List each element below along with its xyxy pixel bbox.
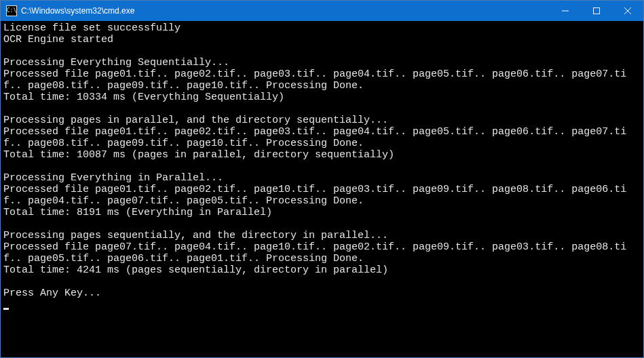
minimize-button[interactable] xyxy=(550,1,581,21)
output-line: Press Any Key... xyxy=(3,287,101,299)
output-line: Processed file page01.tif.. page02.tif..… xyxy=(3,184,626,207)
output-line: Total time: 10334 ms (Everything Sequent… xyxy=(3,92,284,103)
output-line: Processing Everything Sequentially... xyxy=(3,57,229,68)
output-line: Total time: 8191 ms (Everything in Paral… xyxy=(3,207,272,218)
output-line: Processed file page01.tif.. page02.tif..… xyxy=(3,126,626,149)
output-line: Processing pages sequentially, and the d… xyxy=(3,230,388,241)
output-line: Processed file page01.tif.. page02.tif..… xyxy=(3,68,626,92)
titlebar[interactable]: C:\ C:\Windows\system32\cmd.exe xyxy=(1,1,643,21)
maximize-icon xyxy=(593,7,600,14)
output-line: Processing pages in parallel, and the di… xyxy=(3,115,388,126)
close-icon xyxy=(624,7,631,14)
output-line: Processing Everything in Parallel... xyxy=(3,172,223,184)
cmd-window: C:\ C:\Windows\system32\cmd.exe License … xyxy=(0,0,644,358)
output-line: OCR Engine started xyxy=(3,34,113,45)
output-line: Total time: 10087 ms (pages in parallel,… xyxy=(3,149,394,161)
minimize-icon xyxy=(562,7,569,14)
svg-rect-0 xyxy=(594,8,600,14)
output-line: Processed file page07.tif.. page04.tif..… xyxy=(3,241,626,264)
window-controls xyxy=(550,1,643,21)
cmd-icon: C:\ xyxy=(6,5,17,16)
terminal-output[interactable]: License file set successfully OCR Engine… xyxy=(1,21,643,357)
maximize-button[interactable] xyxy=(581,1,612,21)
output-line: License file set successfully xyxy=(3,22,181,34)
output-line: Total time: 4241 ms (pages sequentially,… xyxy=(3,264,388,276)
window-title: C:\Windows\system32\cmd.exe xyxy=(21,6,550,16)
cursor xyxy=(3,308,9,310)
close-button[interactable] xyxy=(612,1,643,21)
